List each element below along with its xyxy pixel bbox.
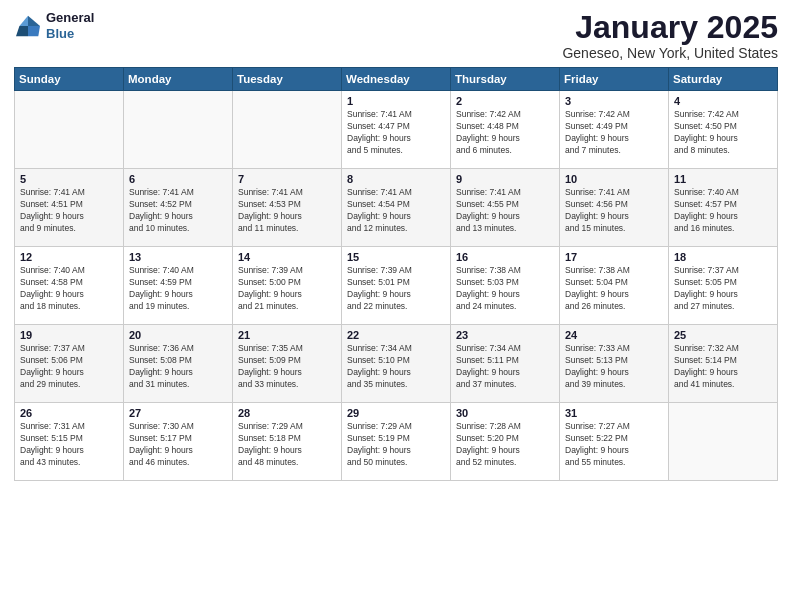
day-cell: 30Sunrise: 7:28 AM Sunset: 5:20 PM Dayli… bbox=[451, 403, 560, 481]
day-number: 12 bbox=[20, 251, 118, 263]
location: Geneseo, New York, United States bbox=[562, 45, 778, 61]
day-info: Sunrise: 7:37 AM Sunset: 5:05 PM Dayligh… bbox=[674, 265, 772, 313]
calendar-page: General Blue January 2025 Geneseo, New Y… bbox=[0, 0, 792, 612]
col-wednesday: Wednesday bbox=[342, 68, 451, 91]
day-cell: 17Sunrise: 7:38 AM Sunset: 5:04 PM Dayli… bbox=[560, 247, 669, 325]
day-number: 3 bbox=[565, 95, 663, 107]
week-row-2: 5Sunrise: 7:41 AM Sunset: 4:51 PM Daylig… bbox=[15, 169, 778, 247]
day-info: Sunrise: 7:30 AM Sunset: 5:17 PM Dayligh… bbox=[129, 421, 227, 469]
day-number: 2 bbox=[456, 95, 554, 107]
week-row-1: 1Sunrise: 7:41 AM Sunset: 4:47 PM Daylig… bbox=[15, 91, 778, 169]
day-cell: 28Sunrise: 7:29 AM Sunset: 5:18 PM Dayli… bbox=[233, 403, 342, 481]
day-cell bbox=[669, 403, 778, 481]
day-info: Sunrise: 7:39 AM Sunset: 5:01 PM Dayligh… bbox=[347, 265, 445, 313]
day-number: 19 bbox=[20, 329, 118, 341]
week-row-5: 26Sunrise: 7:31 AM Sunset: 5:15 PM Dayli… bbox=[15, 403, 778, 481]
day-info: Sunrise: 7:38 AM Sunset: 5:04 PM Dayligh… bbox=[565, 265, 663, 313]
day-info: Sunrise: 7:27 AM Sunset: 5:22 PM Dayligh… bbox=[565, 421, 663, 469]
day-cell: 22Sunrise: 7:34 AM Sunset: 5:10 PM Dayli… bbox=[342, 325, 451, 403]
day-info: Sunrise: 7:40 AM Sunset: 4:57 PM Dayligh… bbox=[674, 187, 772, 235]
col-tuesday: Tuesday bbox=[233, 68, 342, 91]
day-number: 21 bbox=[238, 329, 336, 341]
day-info: Sunrise: 7:37 AM Sunset: 5:06 PM Dayligh… bbox=[20, 343, 118, 391]
day-cell: 31Sunrise: 7:27 AM Sunset: 5:22 PM Dayli… bbox=[560, 403, 669, 481]
day-number: 20 bbox=[129, 329, 227, 341]
day-cell: 4Sunrise: 7:42 AM Sunset: 4:50 PM Daylig… bbox=[669, 91, 778, 169]
day-number: 13 bbox=[129, 251, 227, 263]
day-number: 8 bbox=[347, 173, 445, 185]
day-cell: 27Sunrise: 7:30 AM Sunset: 5:17 PM Dayli… bbox=[124, 403, 233, 481]
col-friday: Friday bbox=[560, 68, 669, 91]
day-cell: 25Sunrise: 7:32 AM Sunset: 5:14 PM Dayli… bbox=[669, 325, 778, 403]
day-number: 1 bbox=[347, 95, 445, 107]
day-info: Sunrise: 7:34 AM Sunset: 5:11 PM Dayligh… bbox=[456, 343, 554, 391]
day-cell: 7Sunrise: 7:41 AM Sunset: 4:53 PM Daylig… bbox=[233, 169, 342, 247]
day-number: 25 bbox=[674, 329, 772, 341]
title-block: January 2025 Geneseo, New York, United S… bbox=[562, 10, 778, 61]
day-number: 7 bbox=[238, 173, 336, 185]
day-number: 24 bbox=[565, 329, 663, 341]
day-info: Sunrise: 7:33 AM Sunset: 5:13 PM Dayligh… bbox=[565, 343, 663, 391]
day-cell: 1Sunrise: 7:41 AM Sunset: 4:47 PM Daylig… bbox=[342, 91, 451, 169]
month-title: January 2025 bbox=[562, 10, 778, 45]
day-info: Sunrise: 7:41 AM Sunset: 4:54 PM Dayligh… bbox=[347, 187, 445, 235]
calendar-table: Sunday Monday Tuesday Wednesday Thursday… bbox=[14, 67, 778, 481]
day-cell: 15Sunrise: 7:39 AM Sunset: 5:01 PM Dayli… bbox=[342, 247, 451, 325]
day-cell: 20Sunrise: 7:36 AM Sunset: 5:08 PM Dayli… bbox=[124, 325, 233, 403]
svg-marker-4 bbox=[28, 26, 40, 36]
day-info: Sunrise: 7:41 AM Sunset: 4:47 PM Dayligh… bbox=[347, 109, 445, 157]
day-info: Sunrise: 7:41 AM Sunset: 4:51 PM Dayligh… bbox=[20, 187, 118, 235]
day-info: Sunrise: 7:42 AM Sunset: 4:48 PM Dayligh… bbox=[456, 109, 554, 157]
day-info: Sunrise: 7:35 AM Sunset: 5:09 PM Dayligh… bbox=[238, 343, 336, 391]
day-cell: 9Sunrise: 7:41 AM Sunset: 4:55 PM Daylig… bbox=[451, 169, 560, 247]
day-cell: 23Sunrise: 7:34 AM Sunset: 5:11 PM Dayli… bbox=[451, 325, 560, 403]
header-row: Sunday Monday Tuesday Wednesday Thursday… bbox=[15, 68, 778, 91]
col-monday: Monday bbox=[124, 68, 233, 91]
day-number: 17 bbox=[565, 251, 663, 263]
day-number: 18 bbox=[674, 251, 772, 263]
day-number: 6 bbox=[129, 173, 227, 185]
day-cell: 29Sunrise: 7:29 AM Sunset: 5:19 PM Dayli… bbox=[342, 403, 451, 481]
week-row-3: 12Sunrise: 7:40 AM Sunset: 4:58 PM Dayli… bbox=[15, 247, 778, 325]
day-info: Sunrise: 7:34 AM Sunset: 5:10 PM Dayligh… bbox=[347, 343, 445, 391]
col-thursday: Thursday bbox=[451, 68, 560, 91]
day-number: 22 bbox=[347, 329, 445, 341]
day-cell: 13Sunrise: 7:40 AM Sunset: 4:59 PM Dayli… bbox=[124, 247, 233, 325]
day-info: Sunrise: 7:41 AM Sunset: 4:53 PM Dayligh… bbox=[238, 187, 336, 235]
day-cell: 14Sunrise: 7:39 AM Sunset: 5:00 PM Dayli… bbox=[233, 247, 342, 325]
logo: General Blue bbox=[14, 10, 94, 41]
logo-line2: Blue bbox=[46, 26, 94, 42]
day-cell: 19Sunrise: 7:37 AM Sunset: 5:06 PM Dayli… bbox=[15, 325, 124, 403]
day-number: 23 bbox=[456, 329, 554, 341]
day-info: Sunrise: 7:38 AM Sunset: 5:03 PM Dayligh… bbox=[456, 265, 554, 313]
day-number: 15 bbox=[347, 251, 445, 263]
logo-text: General Blue bbox=[46, 10, 94, 41]
day-cell: 2Sunrise: 7:42 AM Sunset: 4:48 PM Daylig… bbox=[451, 91, 560, 169]
day-info: Sunrise: 7:28 AM Sunset: 5:20 PM Dayligh… bbox=[456, 421, 554, 469]
day-info: Sunrise: 7:31 AM Sunset: 5:15 PM Dayligh… bbox=[20, 421, 118, 469]
day-cell: 26Sunrise: 7:31 AM Sunset: 5:15 PM Dayli… bbox=[15, 403, 124, 481]
day-number: 5 bbox=[20, 173, 118, 185]
day-info: Sunrise: 7:32 AM Sunset: 5:14 PM Dayligh… bbox=[674, 343, 772, 391]
day-cell: 5Sunrise: 7:41 AM Sunset: 4:51 PM Daylig… bbox=[15, 169, 124, 247]
day-cell: 21Sunrise: 7:35 AM Sunset: 5:09 PM Dayli… bbox=[233, 325, 342, 403]
day-number: 11 bbox=[674, 173, 772, 185]
day-number: 29 bbox=[347, 407, 445, 419]
day-cell: 11Sunrise: 7:40 AM Sunset: 4:57 PM Dayli… bbox=[669, 169, 778, 247]
day-number: 16 bbox=[456, 251, 554, 263]
day-info: Sunrise: 7:42 AM Sunset: 4:50 PM Dayligh… bbox=[674, 109, 772, 157]
day-cell bbox=[124, 91, 233, 169]
day-number: 27 bbox=[129, 407, 227, 419]
day-number: 10 bbox=[565, 173, 663, 185]
header: General Blue January 2025 Geneseo, New Y… bbox=[14, 10, 778, 61]
day-cell: 16Sunrise: 7:38 AM Sunset: 5:03 PM Dayli… bbox=[451, 247, 560, 325]
day-number: 14 bbox=[238, 251, 336, 263]
day-number: 9 bbox=[456, 173, 554, 185]
day-info: Sunrise: 7:29 AM Sunset: 5:18 PM Dayligh… bbox=[238, 421, 336, 469]
day-info: Sunrise: 7:40 AM Sunset: 4:58 PM Dayligh… bbox=[20, 265, 118, 313]
day-number: 26 bbox=[20, 407, 118, 419]
day-cell: 12Sunrise: 7:40 AM Sunset: 4:58 PM Dayli… bbox=[15, 247, 124, 325]
day-number: 4 bbox=[674, 95, 772, 107]
day-cell: 24Sunrise: 7:33 AM Sunset: 5:13 PM Dayli… bbox=[560, 325, 669, 403]
day-info: Sunrise: 7:39 AM Sunset: 5:00 PM Dayligh… bbox=[238, 265, 336, 313]
